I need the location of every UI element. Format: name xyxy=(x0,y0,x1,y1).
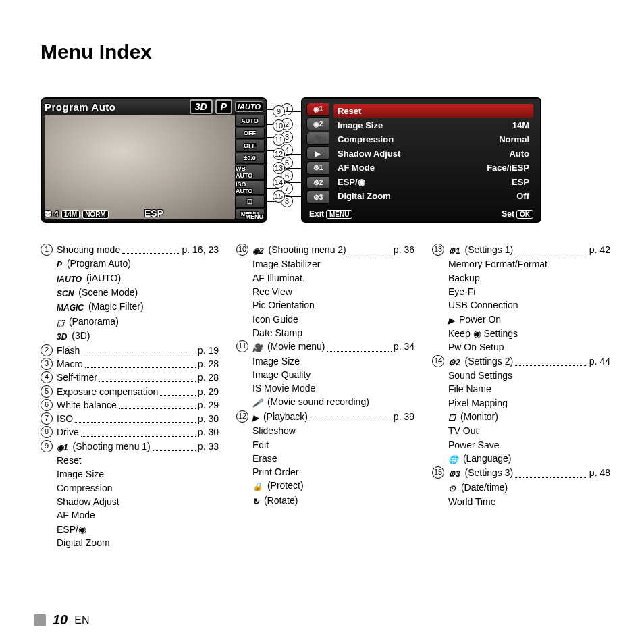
page-number: 10 xyxy=(53,612,68,628)
index-entry: 12▶ (Playback) p. 39 xyxy=(236,410,414,424)
index-sub: Slideshow xyxy=(252,424,414,437)
index-sub: ESP/◉ xyxy=(57,522,219,536)
index-sub: Keep ◉ Settings xyxy=(448,327,610,340)
index-sub: P (Program Auto) xyxy=(57,257,219,271)
index-sub: 🔒 (Protect) xyxy=(252,479,414,493)
quality-pill: NORM xyxy=(82,210,109,219)
index-sub: Erase xyxy=(252,452,414,465)
index-entry: 4Self-timer p. 28 xyxy=(41,371,219,384)
index-entry: 8Drive p. 30 xyxy=(41,425,219,439)
index-sub: Image Stabilizer xyxy=(252,257,414,271)
side-item: OFF xyxy=(235,140,265,152)
mode-3d-chip: 3D xyxy=(190,99,213,114)
index-entry: 14⚙2 (Settings 2) p. 44 xyxy=(432,354,610,369)
menu-row[interactable]: Reset xyxy=(333,104,533,118)
callout-9: 9 xyxy=(273,105,301,117)
index-sub: Digital Zoom xyxy=(57,536,219,549)
index-sub: ⏲ (Date/time) xyxy=(448,481,610,495)
index-sub: Compression xyxy=(57,481,219,495)
index-sub: File Name xyxy=(448,382,610,396)
side-item: OFF xyxy=(235,128,265,140)
index-entry: 1Shooting mode p. 16, 23 xyxy=(41,243,219,257)
menu-tab[interactable]: 🎥 xyxy=(306,132,329,145)
index-sub: Backup xyxy=(448,271,610,285)
index-sub: Date Stamp xyxy=(252,326,414,340)
index-sub: Edit xyxy=(252,438,414,452)
side-item: AUTO xyxy=(235,115,265,127)
index-sub: Eye-Fi xyxy=(448,285,610,298)
menu-row[interactable]: Digital ZoomOff xyxy=(333,189,533,203)
index-sub: 🌐 (Language) xyxy=(448,452,610,466)
index-sub: ⬚ (Panorama) xyxy=(57,315,219,329)
index-sub: Image Size xyxy=(252,354,414,368)
index-entry: 13⚙1 (Settings 1) p. 42 xyxy=(432,243,610,257)
menu-tab[interactable]: ⚙3 xyxy=(306,190,329,204)
index-sub: IS Movie Mode xyxy=(252,381,414,395)
menu-index: 1Shooting mode p. 16, 23P (Program Auto)… xyxy=(41,243,610,549)
index-sub: SCN (Scene Mode) xyxy=(57,286,219,300)
side-item: WB AUTO xyxy=(235,165,265,180)
menu-tab[interactable]: ▶ xyxy=(306,146,329,160)
page-footer: 10 EN xyxy=(34,612,89,628)
callout-12: 12 xyxy=(273,148,301,160)
index-entry: 2Flash p. 19 xyxy=(41,344,219,357)
callout-14: 14 xyxy=(273,176,301,188)
index-sub: 3D (3D) xyxy=(57,329,219,343)
index-sub: Icon Guide xyxy=(252,313,414,326)
menu-row[interactable]: ESP/◉ESP xyxy=(333,175,533,189)
callout-13: 13 xyxy=(273,162,301,174)
callout-11: 11 xyxy=(273,134,301,146)
side-item: ±0.0 xyxy=(235,153,265,165)
index-sub: 🎤 (Movie sound recording) xyxy=(252,395,414,409)
mode-p-chip: P xyxy=(215,99,232,114)
index-sub: ▶ Power On xyxy=(448,313,610,327)
shots-remaining: 4 xyxy=(54,209,59,219)
index-sub: ☐ (Monitor) xyxy=(448,410,610,424)
menu-tab[interactable]: ◉1 xyxy=(306,103,329,116)
index-entry: 9◉1 (Shooting menu 1) p. 33 xyxy=(41,439,219,454)
side-item: ☐ xyxy=(235,196,265,208)
menu-row[interactable]: CompressionNormal xyxy=(333,132,533,146)
index-sub: Pic Orientation xyxy=(252,298,414,312)
side-item: ISO AUTO xyxy=(235,180,265,195)
index-entry: 10◉2 (Shooting menu 2) p. 36 xyxy=(236,243,414,257)
menu-label: MENU xyxy=(246,213,264,220)
metering-label: ESP xyxy=(144,208,163,219)
index-sub: Print Order xyxy=(252,465,414,479)
mode-iauto-chip: iAUTO xyxy=(235,101,263,112)
exit-label: Exit xyxy=(309,209,324,219)
index-sub: Reset xyxy=(57,454,219,467)
mode-label: Program Auto xyxy=(45,101,115,113)
menu-tab[interactable]: ⚙1 xyxy=(306,161,329,175)
shooting-screen: Program Auto 3D P iAUTO AUTOOFFOFF±0.0WB… xyxy=(41,97,267,223)
index-sub: TV Out xyxy=(448,424,610,437)
callout-15: 15 xyxy=(273,190,301,203)
menu-tab[interactable]: ◉2 xyxy=(306,117,329,131)
index-entry: 7ISO p. 30 xyxy=(41,412,219,425)
index-sub: MAGIC (Magic Filter) xyxy=(57,300,219,314)
index-entry: 5Exposure compensation p. 29 xyxy=(41,385,219,398)
index-sub: Sound Settings xyxy=(448,369,610,382)
index-sub: AF Mode xyxy=(57,508,219,522)
language-code: EN xyxy=(74,614,89,626)
index-sub: Image Size xyxy=(57,467,219,481)
sd-icon: ⛃ xyxy=(45,209,51,219)
index-sub: USB Connection xyxy=(448,298,610,312)
index-sub: Pixel Mapping xyxy=(448,396,610,410)
index-sub: Power Save xyxy=(448,438,610,452)
menu-row[interactable]: Image Size14M xyxy=(333,118,533,132)
ok-key: OK xyxy=(516,210,533,219)
index-entry: 3Macro p. 28 xyxy=(41,357,219,371)
index-entry: 15⚙3 (Settings 3) p. 48 xyxy=(432,466,610,480)
page-title: Menu Index xyxy=(41,41,610,63)
image-size-pill: 14M xyxy=(61,210,80,219)
menu-row[interactable]: AF ModeFace/iESP xyxy=(333,161,533,175)
index-entry: 6White balance p. 29 xyxy=(41,398,219,412)
index-sub: Pw On Setup xyxy=(448,340,610,354)
index-entry: 11🎥 (Movie menu) p. 34 xyxy=(236,340,414,354)
callout-10: 10 xyxy=(273,119,301,132)
index-sub: World Time xyxy=(448,495,610,508)
set-label: Set xyxy=(502,209,514,219)
menu-tab[interactable]: ⚙2 xyxy=(306,176,329,190)
menu-row[interactable]: Shadow AdjustAuto xyxy=(333,146,533,161)
